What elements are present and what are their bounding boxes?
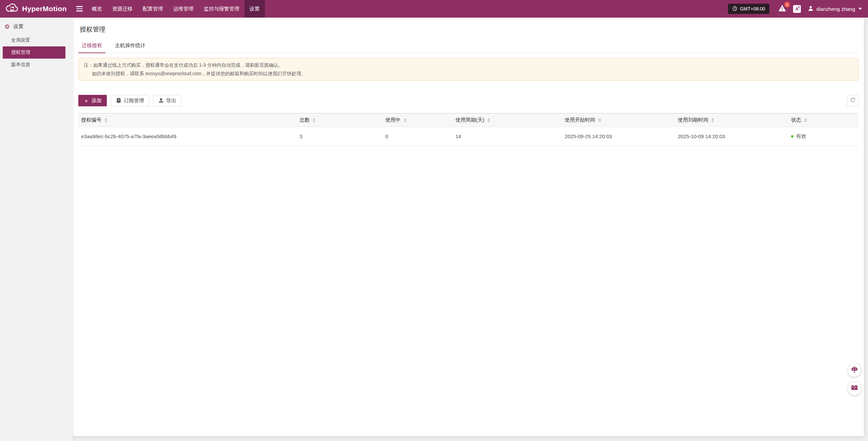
column-header-usage-period[interactable]: 使用周期(天) xyxy=(453,113,562,127)
column-header-authorization-id[interactable]: 授权编号 xyxy=(78,113,297,127)
refresh-icon xyxy=(850,97,856,104)
timezone-badge[interactable]: GMT+08:00 xyxy=(728,4,769,14)
nav-item-settings[interactable]: 设置 xyxy=(244,0,265,18)
sort-icon[interactable] xyxy=(711,118,714,122)
table-toolbar: ＋ 添加 订阅管理 导出 xyxy=(78,95,859,106)
menu-toggle-icon[interactable] xyxy=(76,6,83,12)
cell-status: 有效 xyxy=(788,127,859,146)
top-navbar: HyperMotion 概览 资源迁移 配置管理 运维管理 监控与报警管理 设置… xyxy=(0,0,868,18)
cell-total: 3 xyxy=(297,127,382,146)
notice-line-2: 如仍未收到授权，请联系 ecosys@oneprocloud.com，并提供您的… xyxy=(84,69,853,78)
language-switch-icon[interactable]: A 文 xyxy=(793,5,801,13)
sort-icon[interactable] xyxy=(313,118,315,122)
sort-icon[interactable] xyxy=(488,118,490,122)
cell-authorization-id: e3aa98ec-bc2b-4075-a7fa-3aeea58bbb49 xyxy=(78,127,297,146)
refresh-button[interactable] xyxy=(847,95,859,106)
navbar-right: GMT+08:00 0 A 文 dianzhen xyxy=(728,4,868,14)
chevron-down-icon xyxy=(859,8,862,10)
gear-icon: ⚙ xyxy=(4,24,10,30)
nav-item-overview[interactable]: 概览 xyxy=(87,0,107,18)
nav-item-resource-migration[interactable]: 资源迁移 xyxy=(107,0,138,18)
status-badge: 有效 xyxy=(796,133,806,140)
export-icon xyxy=(158,98,164,104)
tab-migration-license[interactable]: 迁移授权 xyxy=(78,39,105,53)
settings-sidebar: ⚙ 设置 全局设置 授权管理 版本信息 xyxy=(0,18,73,441)
sidebar-header-label: 设置 xyxy=(13,23,23,30)
floating-actions xyxy=(848,364,861,395)
chatbot-button[interactable] xyxy=(848,364,861,377)
nav-item-monitoring-alerts[interactable]: 监控与报警管理 xyxy=(199,0,244,18)
tab-bar: 迁移授权 主机操作统计 xyxy=(78,39,859,53)
export-button[interactable]: 导出 xyxy=(153,95,181,106)
cell-in-use: 0 xyxy=(382,127,453,146)
status-dot-green xyxy=(791,135,793,138)
clock-icon xyxy=(732,6,737,12)
cell-start-time: 2025-09-25 14:20:03 xyxy=(562,127,675,146)
nav-item-ops-management[interactable]: 运维管理 xyxy=(168,0,199,18)
subscription-icon xyxy=(116,98,121,104)
timezone-label: GMT+08:00 xyxy=(740,6,765,12)
nav-item-config-management[interactable]: 配置管理 xyxy=(138,0,168,18)
sidebar-item-global-settings[interactable]: 全局设置 xyxy=(0,34,73,46)
column-header-status[interactable]: 状态 xyxy=(788,113,859,127)
sort-icon[interactable] xyxy=(804,118,807,122)
sidebar-header: ⚙ 设置 xyxy=(0,18,73,34)
cell-expire-time: 2025-10-09 14:20:03 xyxy=(675,127,788,146)
sort-icon[interactable] xyxy=(104,118,107,122)
notification-count-badge: 0 xyxy=(784,2,790,7)
export-button-label: 导出 xyxy=(166,98,176,104)
table-row[interactable]: e3aa98ec-bc2b-4075-a7fa-3aeea58bbb49 3 0… xyxy=(78,127,859,146)
warning-triangle-icon xyxy=(778,7,786,13)
sort-icon[interactable] xyxy=(404,118,407,122)
open-book-icon xyxy=(851,384,858,393)
sidebar-item-license-management[interactable]: 授权管理 xyxy=(3,46,65,59)
column-header-total[interactable]: 总数 xyxy=(297,113,382,127)
app-brand[interactable]: HyperMotion xyxy=(0,3,67,15)
add-button-label: 添加 xyxy=(92,98,102,104)
subscription-button-label: 订阅管理 xyxy=(124,98,144,104)
notice-line-1: 注：如果通过线上方式购买，授权通常会在支付成功后 1-3 分钟内自动完成，请刷新… xyxy=(84,61,853,69)
sort-icon[interactable] xyxy=(598,118,601,122)
notifications-button[interactable]: 0 xyxy=(778,4,786,13)
robot-icon xyxy=(851,366,858,375)
sidebar-item-version-info[interactable]: 版本信息 xyxy=(0,59,73,71)
column-header-expire-time[interactable]: 使用到期时间 xyxy=(675,113,788,127)
user-icon xyxy=(808,5,814,13)
tab-host-operation-stats[interactable]: 主机操作统计 xyxy=(112,39,149,53)
plus-icon: ＋ xyxy=(83,98,89,104)
documentation-button[interactable] xyxy=(848,382,861,395)
add-button[interactable]: ＋ 添加 xyxy=(78,95,107,106)
app-title: HyperMotion xyxy=(22,5,67,13)
cell-usage-period: 14 xyxy=(453,127,562,146)
user-name: dianzheng zhang xyxy=(816,6,855,12)
column-header-in-use[interactable]: 使用中 xyxy=(382,113,453,127)
table-header-row: 授权编号 总数 使用中 使用周期(天) 使用开始时间 xyxy=(78,113,859,127)
main-nav: 概览 资源迁移 配置管理 运维管理 监控与报警管理 设置 xyxy=(87,0,265,18)
user-menu[interactable]: dianzheng zhang xyxy=(808,5,862,13)
app-logo-cloud-icon xyxy=(5,3,19,15)
license-table: 授权编号 总数 使用中 使用周期(天) 使用开始时间 xyxy=(78,113,859,146)
language-letter-small: 文 xyxy=(798,6,800,9)
page-title: 授权管理 xyxy=(80,25,859,34)
column-header-start-time[interactable]: 使用开始时间 xyxy=(562,113,675,127)
main-content-card: 授权管理 迁移授权 主机操作统计 注：如果通过线上方式购买，授权通常会在支付成功… xyxy=(73,18,864,436)
license-notice-box: 注：如果通过线上方式购买，授权通常会在支付成功后 1-3 分钟内自动完成，请刷新… xyxy=(78,58,859,81)
subscription-management-button[interactable]: 订阅管理 xyxy=(111,95,149,106)
